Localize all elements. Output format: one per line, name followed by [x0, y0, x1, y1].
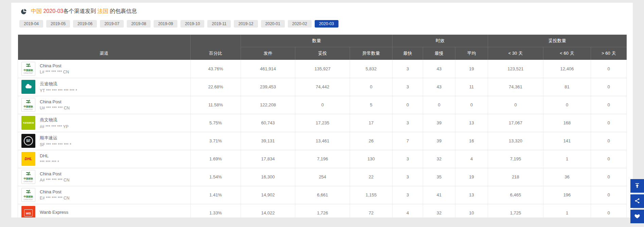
channel-name: 云途物流 — [40, 81, 77, 87]
value-cell: 254 — [295, 168, 350, 186]
value-cell: 22 — [350, 168, 393, 186]
channel-cell: 中国邮政CHINA POSTChina PostL# *** *** *** C… — [18, 60, 191, 78]
value-cell: 74,442 — [295, 78, 350, 96]
value-cell: 13 — [455, 114, 488, 132]
channel-cell: 中国邮政CHINA POSTChina PostE# *** *** *** C… — [18, 186, 191, 204]
back-to-top-icon — [634, 182, 640, 190]
value-cell: 4 — [393, 204, 423, 217]
tab-2019-11[interactable]: 2019-11 — [207, 20, 231, 28]
channel-cell: 中国邮政CHINA POSTChina PostA# *** *** *** C… — [18, 168, 191, 186]
value-cell: 5,832 — [350, 60, 393, 78]
favorite-button[interactable] — [630, 210, 644, 223]
value-cell: 7,196 — [295, 150, 350, 168]
tab-2019-06[interactable]: 2019-06 — [73, 20, 97, 28]
page-title: 中国 2020-03各个渠道发到 法国 的包裹信息 — [31, 8, 137, 15]
col-lt30: < 30 天 — [488, 47, 543, 60]
value-cell: 17,834 — [241, 150, 295, 168]
value-cell: 3 — [393, 186, 423, 204]
value-cell: 1,155 — [350, 186, 393, 204]
percent-cell: 3.71% — [191, 132, 241, 150]
channel-name: 顺丰速运 — [40, 135, 71, 141]
tab-2020-02[interactable]: 2020-02 — [288, 20, 312, 28]
tab-2020-01[interactable]: 2020-01 — [261, 20, 285, 28]
title-part: 法国 — [98, 8, 108, 14]
value-cell: 1 — [543, 150, 591, 168]
channel-name: China Post — [40, 63, 69, 68]
value-cell: 17 — [350, 114, 393, 132]
title-part: 的包裹信息 — [108, 8, 137, 14]
share-icon — [634, 198, 640, 205]
back-to-top-button[interactable] — [630, 179, 644, 193]
channel-code: *** *** *** * — [40, 160, 59, 164]
value-cell: 39,131 — [241, 132, 295, 150]
header-spacer-channel — [18, 35, 191, 47]
value-cell: 26 — [350, 132, 393, 150]
channel-cell: 中国邮政CHINA POSTChina PostU# *** *** *** C… — [18, 96, 191, 114]
value-cell: 12,406 — [543, 60, 591, 78]
china-post-logo: 中国邮政CHINA POST — [21, 62, 35, 76]
value-cell: 168 — [543, 114, 591, 132]
value-cell: 13,320 — [488, 132, 543, 150]
wanb-logo: WB — [21, 206, 35, 217]
channel-cell: DHLDHL*** *** *** * — [18, 150, 191, 168]
channel-code: SF *** *** *** *** * — [40, 142, 71, 147]
col-abnormal: 异常数量 — [350, 47, 393, 60]
title-part: 2020-03 — [43, 8, 63, 14]
value-cell: 0 — [393, 96, 423, 114]
value-cell: 36 — [543, 168, 591, 186]
channel-name: China Post — [40, 189, 69, 194]
value-cell: 0 — [350, 78, 393, 96]
tab-2019-08[interactable]: 2019-08 — [127, 20, 151, 28]
value-cell: 39 — [423, 114, 455, 132]
percent-cell: 1.69% — [191, 150, 241, 168]
tab-2019-10[interactable]: 2019-10 — [180, 20, 204, 28]
tab-2019-04[interactable]: 2019-04 — [19, 20, 43, 28]
channel-name: China Post — [40, 99, 70, 104]
col-slowest: 最慢 — [423, 47, 455, 60]
channel-cell: SF顺丰速运SF *** *** *** *** * — [18, 132, 191, 150]
value-cell: 43 — [423, 78, 455, 96]
channel-code: YT *** *** *** *** *** * — [40, 88, 77, 93]
value-cell: 4 — [455, 150, 488, 168]
percent-cell: 1.41% — [191, 186, 241, 204]
value-cell: 0 — [591, 186, 627, 204]
percent-cell: 11.58% — [191, 96, 241, 114]
tab-2019-09[interactable]: 2019-09 — [154, 20, 177, 28]
tab-2019-05[interactable]: 2019-05 — [46, 20, 70, 28]
value-cell: 19 — [455, 60, 488, 78]
value-cell: 3 — [393, 168, 423, 186]
channel-cell: 云途物流YT *** *** *** *** *** * — [18, 78, 191, 96]
value-cell: 5 — [350, 96, 393, 114]
group-header-timeliness: 时效 — [393, 35, 488, 47]
tab-2019-07[interactable]: 2019-07 — [100, 20, 124, 28]
tab-2020-03[interactable]: 2020-03 — [315, 20, 338, 28]
title-part: 各个渠道发到 — [63, 8, 97, 14]
wanb-house-icon: WB — [24, 209, 33, 216]
col-lt60: < 60 天 — [543, 47, 591, 60]
sf-circle-icon: SF — [24, 136, 33, 145]
value-cell: 141 — [543, 132, 591, 150]
value-cell: 0 — [591, 150, 627, 168]
channel-code: U# *** *** *** CN — [40, 106, 70, 110]
value-cell: 0 — [543, 96, 591, 114]
table-row: 中国邮政CHINA POSTChina PostU# *** *** *** C… — [18, 96, 627, 114]
header-spacer-percent — [191, 35, 241, 47]
value-cell: 0 — [455, 96, 488, 114]
col-sent: 发件 — [241, 47, 295, 60]
share-button[interactable] — [630, 194, 644, 208]
channel-code: ## *** *** *** YP — [40, 124, 69, 129]
tab-2019-12[interactable]: 2019-12 — [234, 20, 258, 28]
title-part: 中国 — [31, 8, 43, 14]
value-cell: 14,902 — [241, 186, 295, 204]
value-cell: 7,195 — [488, 150, 543, 168]
month-tabs: 2019-042019-052019-062019-072019-082019-… — [19, 20, 633, 28]
col-gt60: > 60 天 — [591, 47, 627, 60]
value-cell: 0 — [591, 96, 627, 114]
table-row: 中国邮政CHINA POSTChina PostA# *** *** *** C… — [18, 168, 627, 186]
china-post-emblem-icon — [25, 190, 31, 195]
value-cell: 3 — [393, 78, 423, 96]
value-cell: 39 — [423, 132, 455, 150]
group-header-quantity: 数量 — [241, 35, 393, 47]
channel-code: L# *** *** *** CN — [40, 70, 69, 74]
table-row: YANWEN燕文物流## *** *** *** YP5.75%60,74317… — [18, 114, 627, 132]
